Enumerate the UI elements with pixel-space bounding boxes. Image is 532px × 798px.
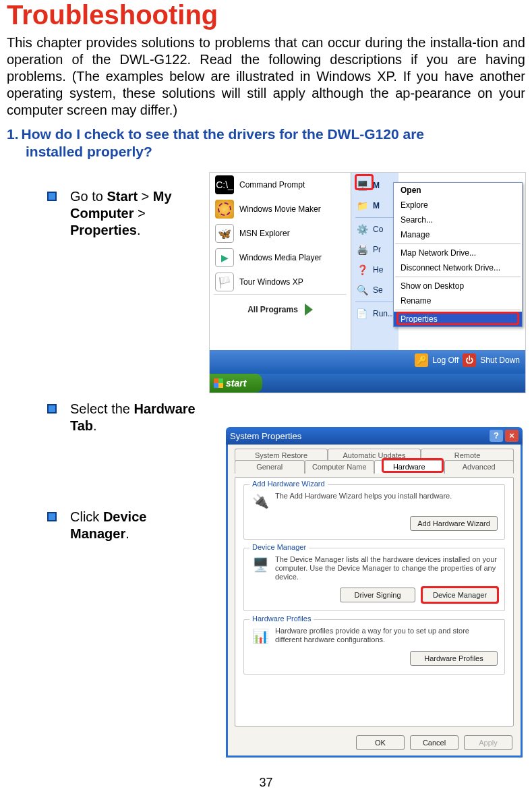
add-hardware-wizard-button[interactable]: Add Hardware Wizard (410, 516, 498, 531)
ctx-disconnect[interactable]: Disconnect Network Drive... (394, 260, 522, 275)
right-label: He (373, 265, 383, 275)
tour-icon (215, 273, 234, 291)
ctx-explore[interactable]: Explore (394, 198, 522, 212)
question-line2: installed properly? (7, 143, 525, 161)
window-body: System Restore Automatic Updates Remote … (226, 445, 523, 758)
ctx-map-drive[interactable]: Map Network Drive... (394, 246, 522, 260)
bullet-icon (47, 512, 57, 521)
logoff-label[interactable]: Log Off (432, 355, 459, 365)
separator (395, 310, 521, 310)
titlebar: System Properties ? × (226, 427, 523, 445)
logoff-icon: 🔑 (415, 353, 428, 367)
tab-general[interactable]: General (235, 460, 305, 474)
menu-label: MSN Explorer (239, 229, 290, 238)
right-item[interactable]: 🖨️ Pr (351, 239, 398, 260)
question-line1: How do I check to see that the drivers f… (22, 126, 424, 142)
menu-tour-xp[interactable]: Tour Windows XP (210, 270, 351, 294)
bullet-icon (47, 404, 57, 414)
intro-text: This chapter provides solutions to probl… (7, 34, 525, 119)
right-run[interactable]: 📄 Run... (351, 304, 398, 324)
right-label: Pr (373, 245, 381, 254)
start-menu-right: 🖥️ M 📁 M ⚙️ Co 🖨️ Pr ❓ He 🔍 Se 📄 Run... (351, 173, 398, 350)
group-text: The Add Hardware Wizard helps you instal… (275, 492, 452, 501)
bullet-icon (47, 192, 57, 201)
taskbar: start (210, 374, 525, 393)
right-item[interactable]: ⚙️ Co (351, 219, 398, 239)
dialog-footer: OK Cancel Apply (356, 735, 512, 750)
arrow-right-icon (305, 304, 313, 316)
menu-label: Tour Windows XP (239, 277, 303, 287)
tab-advanced[interactable]: Advanced (444, 460, 514, 474)
right-item[interactable]: ❓ He (351, 260, 398, 280)
separator (395, 244, 521, 244)
printer-icon: 🖨️ (355, 243, 369, 256)
highlight-hardware-tab (382, 458, 444, 473)
right-label: Co (373, 225, 383, 234)
separator (395, 277, 521, 277)
menu-command-prompt[interactable]: C:\_ Command Prompt (210, 173, 351, 197)
shutdown-label[interactable]: Shut Down (480, 355, 520, 365)
group-add-hardware: Add Hardware Wizard 🔌 The Add Hardware W… (243, 484, 505, 540)
context-menu: Open Explore Search... Manage Map Networ… (393, 182, 523, 327)
start-menu-left: C:\_ Command Prompt Windows Movie Maker … (210, 173, 351, 350)
hardware-profiles-icon: 📊 (251, 627, 270, 646)
menu-label: Windows Media Player (239, 253, 322, 262)
step-1-text: Go to Start > My Computer > Properties. (70, 188, 198, 239)
ctx-properties[interactable]: Properties (394, 312, 522, 326)
ctx-show-desktop[interactable]: Show on Desktop (394, 279, 522, 293)
group-text: The Device Manager lists all the hardwar… (275, 555, 498, 582)
group-title: Add Hardware Wizard (249, 480, 328, 488)
movie-maker-icon (215, 200, 234, 219)
start-label: start (226, 378, 246, 389)
search-icon: 🔍 (355, 283, 369, 297)
tab-computer-name[interactable]: Computer Name (305, 460, 375, 474)
menu-movie-maker[interactable]: Windows Movie Maker (210, 197, 351, 221)
control-panel-icon: ⚙️ (355, 223, 369, 236)
logoff-shutdown-bar: 🔑 Log Off ⏻ Shut Down (415, 353, 520, 367)
question-heading: 1.How do I check to see that the drivers… (7, 125, 525, 161)
ctx-open[interactable]: Open (394, 183, 522, 198)
right-label: Se (373, 285, 383, 295)
step-2-text: Select the Hardware Tab. (70, 401, 198, 434)
folder-icon: 📁 (355, 199, 369, 212)
group-hardware-profiles: Hardware Profiles 📊 Hardware profiles pr… (243, 619, 505, 675)
msn-icon (215, 224, 234, 243)
apply-button[interactable]: Apply (464, 735, 512, 750)
device-manager-button[interactable]: Device Manager (422, 588, 498, 602)
help-button[interactable]: ? (490, 430, 503, 442)
menu-label: Windows Movie Maker (239, 204, 321, 214)
right-label: M (373, 201, 380, 210)
all-programs-label: All Programs (247, 305, 298, 314)
hardware-profiles-button[interactable]: Hardware Profiles (410, 651, 498, 666)
right-label: Run... (373, 309, 394, 318)
all-programs[interactable]: All Programs (210, 295, 351, 324)
right-item[interactable]: 📁 M (351, 196, 398, 216)
help-icon: ❓ (355, 263, 369, 277)
run-icon: 📄 (355, 307, 369, 320)
ok-button[interactable]: OK (356, 735, 405, 750)
right-item[interactable]: 🔍 Se (351, 280, 398, 300)
highlight-device-manager (421, 586, 499, 604)
start-button[interactable]: start (210, 374, 262, 393)
menu-media-player[interactable]: Windows Media Player (210, 246, 351, 270)
cmd-icon: C:\_ (215, 175, 234, 194)
page-number: 37 (0, 776, 532, 790)
screenshot-start-menu: C:\_ Command Prompt Windows Movie Maker … (209, 172, 526, 393)
windows-flag-icon (214, 378, 223, 388)
window-title: System Properties (230, 431, 301, 441)
screenshot-system-properties: System Properties ? × System Restore Aut… (226, 427, 523, 758)
ctx-manage[interactable]: Manage (394, 227, 522, 242)
separator (355, 302, 394, 302)
ctx-rename[interactable]: Rename (394, 293, 522, 308)
tab-panel: Add Hardware Wizard 🔌 The Add Hardware W… (235, 477, 514, 726)
device-manager-icon: 🖥️ (251, 555, 270, 574)
menu-msn-explorer[interactable]: MSN Explorer (210, 221, 351, 246)
hardware-wizard-icon: 🔌 (251, 492, 270, 511)
right-label: M (373, 181, 380, 190)
page-title: Troubleshooting (7, 0, 532, 30)
cancel-button[interactable]: Cancel (410, 735, 459, 750)
driver-signing-button[interactable]: Driver Signing (340, 588, 415, 602)
ctx-search[interactable]: Search... (394, 212, 522, 227)
close-button[interactable]: × (505, 430, 519, 442)
wmp-icon (215, 248, 234, 267)
